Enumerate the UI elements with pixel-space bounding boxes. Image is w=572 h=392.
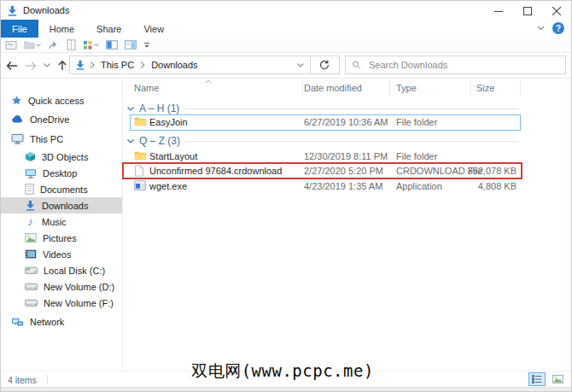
picture-icon [25, 233, 37, 243]
items-count: 4 items [8, 375, 37, 385]
minimize-button[interactable] [484, 1, 513, 21]
sidebar-item-network[interactable]: Network [1, 313, 122, 330]
sidebar-item-documents[interactable]: Documents [1, 181, 122, 197]
forward-button[interactable] [25, 61, 37, 71]
group-header-q-z[interactable]: Q – Z (3) [124, 134, 518, 148]
application-icon [134, 180, 146, 190]
column-header-date-modified[interactable]: Date modified [304, 83, 362, 93]
close-button[interactable] [542, 1, 571, 21]
tab-share[interactable]: Share [85, 20, 132, 38]
column-header-size[interactable]: Size [476, 83, 494, 93]
computer-icon [11, 133, 24, 144]
column-header-name[interactable]: Name [134, 83, 159, 93]
details-pane-icon[interactable] [125, 40, 137, 50]
address-bar[interactable]: This PC Downloads [69, 56, 311, 74]
breadcrumb-chevron-icon [90, 61, 95, 68]
column-divider[interactable] [520, 80, 521, 97]
file-explorer-window: Downloads File Home Share View ? [0, 0, 572, 392]
refresh-icon [319, 60, 330, 70]
new-folder-icon[interactable] [24, 40, 41, 50]
hard-drive-icon [25, 299, 38, 307]
maximize-button[interactable] [513, 1, 542, 21]
sidebar-item-onedrive[interactable]: OneDrive [1, 111, 122, 127]
folder-icon [134, 150, 147, 161]
refresh-button[interactable] [310, 56, 340, 74]
status-divider [47, 375, 48, 385]
desktop-icon [25, 168, 37, 178]
maximize-icon [523, 7, 532, 15]
zip-folder-icon[interactable] [67, 39, 76, 50]
file-list: Name Date modified Type Size A – H (1) E… [124, 78, 571, 369]
up-button[interactable] [57, 60, 67, 71]
recent-locations-icon[interactable] [44, 63, 50, 67]
help-button[interactable]: ? [552, 22, 564, 34]
network-icon [11, 317, 24, 327]
back-button[interactable] [6, 61, 18, 71]
cloud-icon [11, 114, 24, 124]
column-divider[interactable] [302, 80, 303, 97]
properties-icon[interactable] [5, 40, 17, 50]
video-icon [25, 249, 37, 259]
address-dropdown-icon[interactable] [297, 63, 304, 67]
sort-ascending-icon [205, 79, 212, 84]
column-divider[interactable] [470, 80, 471, 97]
status-bar: 4 items [1, 371, 571, 388]
thumbnail-view-icon [552, 375, 563, 383]
collapse-group-icon [127, 107, 134, 111]
close-icon [552, 7, 561, 15]
customize-toolbar-icon[interactable] [143, 42, 150, 49]
sidebar-item-desktop[interactable]: Desktop [1, 165, 122, 181]
title-bar: Downloads [1, 1, 571, 20]
tab-view[interactable]: View [132, 20, 175, 38]
breadcrumb-chevron-icon [140, 61, 145, 68]
sidebar-item-local-disk-c[interactable]: Local Disk (C:) [1, 262, 122, 278]
group-header-a-h[interactable]: A – H (1) [124, 102, 518, 115]
sidebar-item-3d-objects[interactable]: 3D Objects [1, 149, 122, 165]
sidebar-item-music[interactable]: ♪ Music [1, 214, 122, 230]
preview-pane-icon[interactable] [106, 40, 118, 50]
column-divider[interactable] [389, 80, 390, 97]
file-row-startlayout[interactable]: StartLayout 12/30/2019 8:11 PM File fold… [131, 149, 520, 164]
window-bottom-edge [1, 387, 571, 392]
sidebar-item-downloads[interactable]: Downloads [1, 197, 122, 214]
sidebar-item-pictures[interactable]: Pictures [1, 230, 122, 246]
sidebar-item-videos[interactable]: Videos [1, 246, 122, 262]
sidebar-item-quick-access[interactable]: Quick access [1, 92, 122, 108]
large-icons-view-button[interactable] [549, 372, 566, 386]
music-note-icon: ♪ [25, 216, 36, 227]
breadcrumb-this-pc[interactable]: This PC [99, 60, 136, 70]
minimize-icon [494, 7, 503, 15]
file-row-unconfirmed-crdownload[interactable]: Unconfirmed 97684.crdownload 2/27/2020 5… [131, 164, 520, 178]
search-input[interactable] [367, 59, 559, 71]
window-title: Downloads [23, 5, 69, 15]
search-icon [352, 60, 361, 70]
navigation-pane: Quick access OneDrive This PC 3D Objects… [1, 78, 123, 369]
expand-ribbon-icon[interactable] [537, 26, 545, 31]
search-box[interactable] [345, 56, 566, 74]
downloads-folder-icon [75, 60, 85, 70]
sidebar-item-new-volume-d[interactable]: New Volume (D:) [1, 278, 122, 295]
sidebar-item-new-volume-f[interactable]: New Volume (F:) [1, 295, 122, 311]
sidebar-item-this-pc[interactable]: This PC [1, 131, 122, 147]
tab-file[interactable]: File [1, 20, 38, 38]
file-row-easyjoin[interactable]: EasyJoin 6/27/2019 10:36 AM File folder [131, 115, 520, 130]
breadcrumb-downloads[interactable]: Downloads [149, 60, 199, 70]
group-divider-line [185, 141, 518, 142]
details-view-button[interactable] [528, 372, 546, 386]
cube-icon [25, 151, 36, 162]
column-headers: Name Date modified Type Size [124, 79, 571, 97]
column-header-type[interactable]: Type [396, 83, 417, 93]
view-options-icon[interactable] [83, 40, 99, 50]
tab-home[interactable]: Home [38, 20, 85, 38]
file-row-wget-exe[interactable]: wget.exe 4/23/2019 1:35 AM Application 4… [131, 179, 520, 194]
star-icon [11, 95, 22, 106]
hard-drive-icon [25, 266, 38, 275]
downloads-icon [25, 200, 36, 211]
generic-file-icon [134, 165, 144, 177]
navigation-bar: This PC Downloads [1, 53, 571, 79]
quick-access-toolbar [1, 38, 571, 53]
share-icon[interactable] [48, 40, 60, 50]
details-view-icon [532, 375, 542, 383]
document-icon [25, 184, 34, 195]
ribbon-tabs: File Home Share View [1, 20, 571, 38]
